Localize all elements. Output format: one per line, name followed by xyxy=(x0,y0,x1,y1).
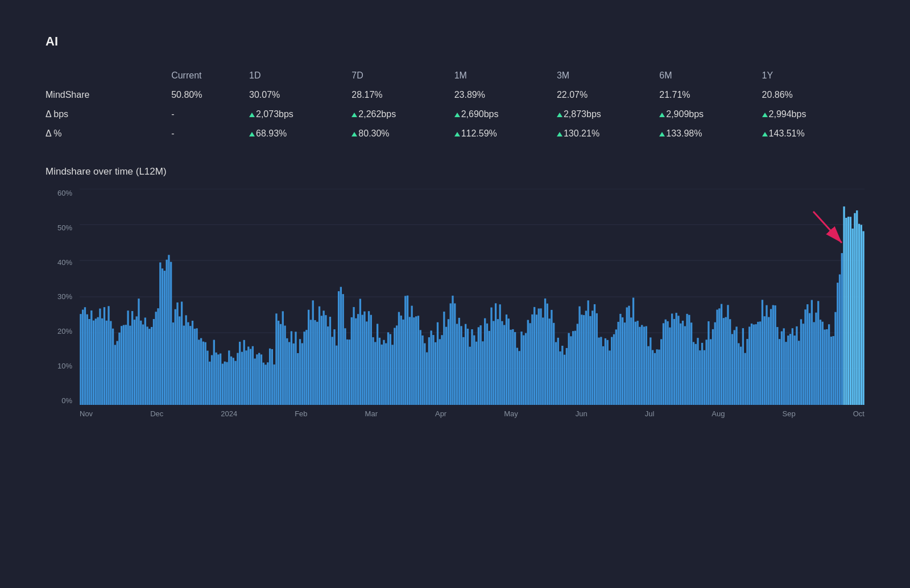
arrow-up-icon xyxy=(762,132,768,136)
row-0-val-1: 30.07% xyxy=(249,85,351,105)
bar-213 xyxy=(538,308,540,405)
bar-237 xyxy=(589,316,591,405)
bar-341 xyxy=(813,322,814,405)
bar-85 xyxy=(263,363,264,405)
bar-353 xyxy=(839,275,841,405)
table-header-6: 6M xyxy=(659,66,762,85)
bar-176 xyxy=(458,318,460,405)
bar-115 xyxy=(327,326,329,405)
bar-278 xyxy=(677,316,679,405)
bar-20 xyxy=(123,325,125,405)
bar-351 xyxy=(834,312,836,405)
bar-48 xyxy=(183,326,185,405)
bar-95 xyxy=(284,326,286,405)
bar-297 xyxy=(718,308,720,405)
bar-42 xyxy=(170,262,172,405)
bar-342 xyxy=(815,313,817,405)
bar-235 xyxy=(585,310,587,405)
bar-329 xyxy=(787,336,789,405)
bar-319 xyxy=(766,305,767,405)
bar-59 xyxy=(206,351,208,405)
table-header-3: 7D xyxy=(351,66,454,85)
bar-36 xyxy=(157,308,159,405)
bar-309 xyxy=(744,353,746,405)
y-label-3: 30% xyxy=(57,292,72,301)
bar-29 xyxy=(142,325,144,405)
bar-150 xyxy=(402,320,404,405)
bar-65 xyxy=(220,354,221,405)
bar-195 xyxy=(499,304,500,405)
bar-293 xyxy=(710,339,712,405)
bar-181 xyxy=(469,347,471,405)
bar-137 xyxy=(374,342,376,405)
bar-308 xyxy=(742,328,744,405)
bar-163 xyxy=(431,330,432,405)
y-label-1: 50% xyxy=(57,223,72,232)
bar-198 xyxy=(506,314,507,405)
table-header-7: 1Y xyxy=(762,66,864,85)
bar-46 xyxy=(179,316,180,405)
bar-275 xyxy=(671,313,673,405)
bar-149 xyxy=(400,316,402,405)
bar-179 xyxy=(465,324,466,405)
row-1-val-3: 2,690bps xyxy=(454,105,557,124)
bar-336 xyxy=(803,324,804,405)
bar-12 xyxy=(106,321,107,405)
bar-218 xyxy=(548,318,550,405)
bar-227 xyxy=(568,333,569,405)
bar-158 xyxy=(420,330,421,405)
bar-343 xyxy=(817,301,819,405)
row-0-val-5: 21.71% xyxy=(659,85,762,105)
bar-124 xyxy=(346,339,348,405)
bar-170 xyxy=(445,327,447,405)
bar-66 xyxy=(222,364,224,405)
bar-92 xyxy=(278,321,279,405)
bar-328 xyxy=(785,342,787,405)
table-row-1: Δ bps-2,073bps2,262bps2,690bps2,873bps2,… xyxy=(46,105,864,124)
x-label-2: 2024 xyxy=(221,409,237,418)
bar-360 xyxy=(854,213,855,405)
bar-226 xyxy=(566,348,568,405)
bar-125 xyxy=(349,339,350,405)
bar-264 xyxy=(647,346,649,405)
bar-266 xyxy=(652,350,653,405)
arrow-up-icon xyxy=(762,113,768,117)
bar-69 xyxy=(228,350,230,405)
row-1-val-0: - xyxy=(171,105,249,124)
bar-300 xyxy=(725,317,726,405)
bar-84 xyxy=(260,354,262,405)
bar-340 xyxy=(811,300,813,405)
bar-314 xyxy=(755,324,756,405)
x-label-3: Feb xyxy=(295,409,307,418)
table-row-0: MindShare50.80%30.07%28.17%23.89%22.07%2… xyxy=(46,85,864,105)
bar-281 xyxy=(684,326,686,405)
bar-103 xyxy=(301,343,303,405)
bar-303 xyxy=(731,334,733,405)
bar-364 xyxy=(862,231,864,405)
bar-93 xyxy=(280,324,282,405)
bar-104 xyxy=(303,332,305,405)
bar-90 xyxy=(274,365,275,405)
x-label-0: Nov xyxy=(80,409,93,418)
bar-98 xyxy=(291,331,292,405)
bar-276 xyxy=(673,319,675,405)
bar-254 xyxy=(626,308,628,405)
bar-101 xyxy=(297,353,299,405)
bar-323 xyxy=(774,305,776,405)
bar-286 xyxy=(695,344,697,405)
bar-121 xyxy=(340,287,342,405)
bar-15 xyxy=(112,329,114,405)
bar-71 xyxy=(233,358,234,405)
bar-204 xyxy=(519,351,520,405)
bar-220 xyxy=(553,323,555,405)
bar-362 xyxy=(858,224,860,405)
bar-244 xyxy=(605,338,606,405)
bar-166 xyxy=(437,322,439,405)
arrow-up-icon xyxy=(557,132,562,136)
bar-274 xyxy=(669,328,671,405)
bar-307 xyxy=(740,347,742,405)
x-label-8: Jul xyxy=(645,409,655,418)
bar-223 xyxy=(559,351,561,405)
table-header-row: Current1D7D1M3M6M1Y xyxy=(46,66,864,85)
bar-145 xyxy=(391,345,393,405)
